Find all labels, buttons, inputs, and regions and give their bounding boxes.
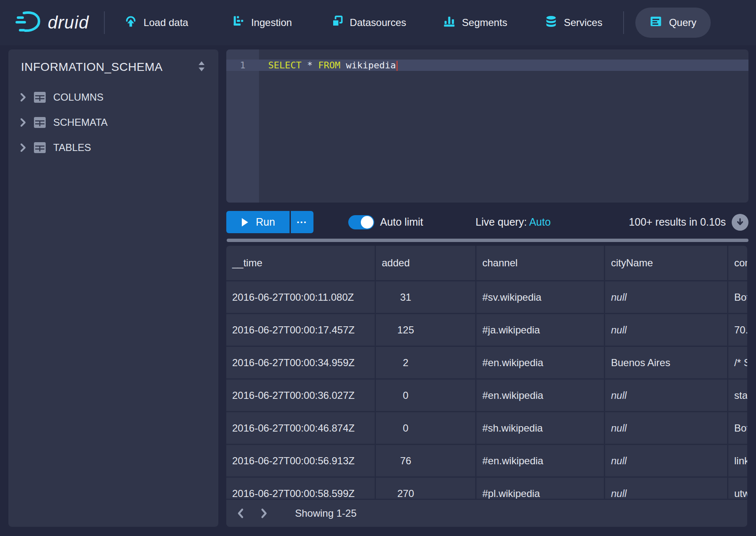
druid-logo-text: druid [48,13,89,33]
schema-selector[interactable]: INFORMATION_SCHEMA [8,49,218,85]
table-cell[interactable]: null [605,314,728,346]
sql-editor[interactable]: 1 SELECT * FROM wikipedia [226,49,748,203]
results-body: 2016-06-27T00:00:11.080Z31#sv.wikipedian… [226,281,747,510]
nav-item-datasources[interactable]: Datasources [331,15,406,30]
nav-item-label: Load data [143,17,188,29]
tree-item-label: COLUMNS [53,91,104,103]
nav-item-label: Datasources [350,17,406,29]
druid-console: druid Load data Ing [0,0,756,536]
previous-page-button[interactable] [236,508,246,519]
run-more-button[interactable]: ••• [290,211,313,233]
table-cell[interactable]: 2016-06-27T00:00:36.027Z [226,380,376,411]
table-cell[interactable]: sta [728,380,747,411]
live-query-value-link[interactable]: Auto [529,216,551,228]
line-number: 1 [226,60,259,70]
table-cell[interactable]: Bot [728,281,747,313]
download-results-button[interactable] [732,214,748,231]
table-cell[interactable]: #en.wikipedia [476,347,605,378]
nav-item-query-active[interactable]: Query [635,8,710,38]
nav-item-label: Services [564,17,602,29]
auto-limit-label: Auto limit [380,216,423,228]
table-row: 2016-06-27T00:00:46.874Z0#sh.wikipedianu… [226,412,747,445]
tree-item-schemata[interactable]: SCHEMATA [8,110,218,135]
table-cell[interactable]: 70. [728,314,747,346]
nav-item-segments[interactable]: Segments [443,15,507,30]
run-button-label: Run [256,216,275,228]
live-query-label: Live query: [476,216,527,228]
table-cell[interactable]: Bot [728,412,747,444]
query-results-panel: __timeaddedchannelcityNamecomment 2016-0… [226,246,747,527]
table-cell[interactable]: #en.wikipedia [476,380,605,411]
run-button[interactable]: Run [226,211,290,233]
query-icon [650,15,662,30]
top-navbar: druid Load data Ing [0,0,756,45]
navbar-divider [623,11,624,34]
table-row: 2016-06-27T00:00:11.080Z31#sv.wikipedian… [226,281,747,314]
more-dots-icon: ••• [297,219,308,226]
table-cell[interactable]: 0 [376,412,476,444]
chevron-right-icon [18,117,28,127]
table-row: 2016-06-27T00:00:34.959Z2#en.wikipediaBu… [226,347,747,380]
results-horizontal-scrollbar[interactable] [227,239,748,242]
table-cell[interactable]: 2016-06-27T00:00:17.457Z [226,314,376,346]
results-header-row: __timeaddedchannelcityNamecomment [226,246,747,281]
table-cell[interactable]: null [605,281,728,313]
column-header-added[interactable]: added [376,246,476,280]
table-cell[interactable]: 125 [376,314,476,346]
table-cell[interactable]: #ja.wikipedia [476,314,605,346]
table-cell[interactable]: 0 [376,380,476,411]
toggle-knob [361,216,373,229]
table-cell[interactable]: null [605,380,728,411]
sql-query-text: SELECT * FROM wikipedia [268,60,398,71]
column-header-comment[interactable]: comment [728,246,747,280]
table-cell[interactable]: 31 [376,281,476,313]
segments-icon [443,15,456,30]
navbar-divider [104,11,105,34]
table-cell[interactable]: 76 [376,445,476,476]
nav-item-label: Query [669,17,696,29]
nav-item-load-data[interactable]: Load data [124,15,188,30]
druid-logo-icon [15,8,42,37]
schema-sidebar: INFORMATION_SCHEMA COLUMNS [8,49,218,527]
tree-item-columns[interactable]: COLUMNS [8,85,218,110]
table-row: 2016-06-27T00:00:17.457Z125#ja.wikipedia… [226,314,747,347]
table-cell[interactable]: 2 [376,347,476,378]
chevron-left-icon [236,508,246,519]
tree-item-label: SCHEMATA [53,117,108,128]
table-icon [34,117,46,128]
table-cell[interactable]: 2016-06-27T00:00:46.874Z [226,412,376,444]
table-cell[interactable]: 2016-06-27T00:00:56.913Z [226,445,376,476]
table-cell[interactable]: 2016-06-27T00:00:34.959Z [226,347,376,378]
column-header-cityName[interactable]: cityName [605,246,728,280]
table-cell[interactable]: /* S [728,347,747,378]
editor-gutter [226,49,259,203]
showing-label: Showing 1-25 [295,507,357,519]
table-cell[interactable]: #sh.wikipedia [476,412,605,444]
chevron-right-icon [18,92,28,102]
query-run-bar: Run ••• Auto limit Live query: Auto 100+… [226,211,748,233]
tree-item-tables[interactable]: TABLES [8,135,218,160]
column-header-channel[interactable]: channel [476,246,605,280]
table-cell[interactable]: null [605,445,728,476]
column-header-__time[interactable]: __time [226,246,376,280]
druid-logo[interactable]: druid [15,8,89,37]
schema-title: INFORMATION_SCHEMA [21,60,163,74]
nav-item-ingestion[interactable]: Ingestion [232,15,292,30]
chevron-right-icon [18,143,28,153]
table-cell[interactable]: 2016-06-27T00:00:11.080Z [226,281,376,313]
table-cell[interactable]: link [728,445,747,476]
nav-item-services[interactable]: Services [545,15,602,30]
chevron-right-icon [258,508,269,519]
table-cell[interactable]: #sv.wikipedia [476,281,605,313]
auto-limit-toggle[interactable] [348,215,374,229]
services-icon [545,15,557,30]
results-info: 100+ results in 0.10s [629,214,748,231]
table-cell[interactable]: #en.wikipedia [476,445,605,476]
double-caret-icon [197,60,207,74]
table-cell[interactable]: null [605,412,728,444]
datasources-icon [331,15,344,30]
table-cell[interactable]: Buenos Aires [605,347,728,378]
download-icon [735,217,745,227]
table-icon [34,142,46,154]
next-page-button[interactable] [258,508,269,519]
